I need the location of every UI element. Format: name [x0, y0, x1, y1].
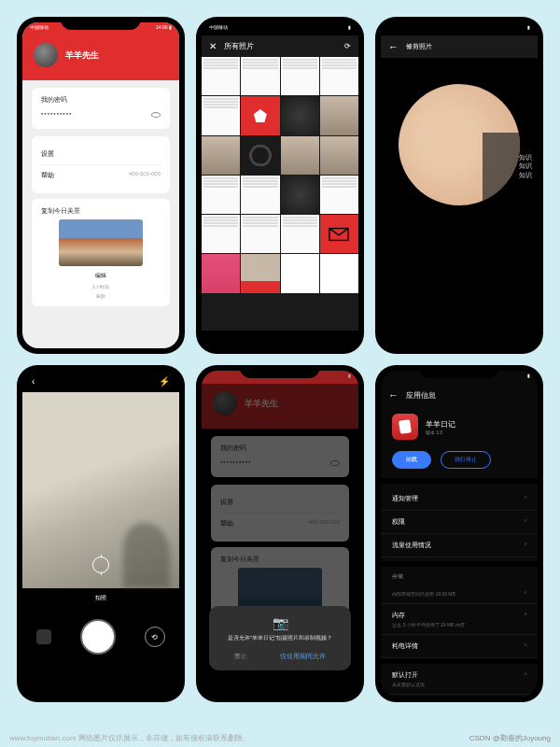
memory-row[interactable]: 内存过去 3 小时平均使用了 19 MB 内存› — [381, 604, 538, 635]
footer: www.toymoban.com 网络图片仅供展示，非存储，如有侵权请联系删除。… — [0, 733, 560, 743]
img-bottom: 刷新 — [41, 293, 161, 299]
thumb[interactable] — [320, 57, 358, 95]
phone-gallery: 中国移动▮ ✕ 所有照片 ⟳ — [196, 17, 364, 354]
help-row[interactable]: 帮助 400-500-000 — [41, 165, 161, 186]
back-icon[interactable]: ← — [388, 41, 399, 52]
appinfo-header: ← 应用信息 — [381, 384, 538, 406]
thumb[interactable] — [202, 176, 240, 214]
username: 羊羊先生 — [65, 49, 99, 62]
footer-left: www.toymoban.com 网络图片仅供展示，非存储，如有侵权请联系删除。 — [9, 733, 250, 743]
thumb[interactable] — [202, 57, 240, 95]
pwd-mask: ********** — [41, 112, 72, 118]
eye-icon[interactable] — [151, 112, 161, 118]
image-card: 复制今日美景 编辑 1小时前 刷新 — [32, 199, 170, 306]
mode-label[interactable]: 拍照 — [22, 588, 179, 608]
button-row: 卸载 强行停止 — [381, 447, 538, 478]
crop-title: 修剪照片 — [406, 42, 432, 51]
force-stop-button[interactable]: 强行停止 — [441, 451, 491, 469]
thumb[interactable] — [281, 136, 319, 175]
thumb[interactable] — [320, 254, 358, 292]
thumb[interactable] — [320, 176, 358, 214]
back-icon[interactable]: ← — [388, 389, 399, 401]
notch — [240, 365, 320, 378]
thumb[interactable] — [202, 215, 240, 253]
appinfo-title: 应用信息 — [406, 390, 436, 401]
notch — [61, 365, 141, 378]
app-icon — [392, 414, 418, 440]
notch — [240, 17, 320, 30]
thumb[interactable] — [281, 96, 319, 134]
permission-dialog: 📷 是否允许"羊羊日记"拍摄照片和录制视频？ 禁止 仅使用期间允许 — [209, 606, 351, 670]
traffic-row[interactable]: 流量使用情况› — [381, 534, 538, 557]
hotline: 400-500-000 — [129, 171, 161, 180]
pwd-label: 我的密码 — [41, 95, 161, 105]
img-label: 编辑 — [41, 272, 161, 280]
deny-button[interactable]: 禁止 — [234, 652, 247, 661]
avatar[interactable] — [34, 43, 58, 67]
notch — [419, 365, 499, 378]
settings-card: 设置 帮助 400-500-000 — [32, 136, 170, 193]
phone-camera: ‹ ⚡ 拍照 ⟲ — [17, 365, 185, 702]
app-name: 羊羊日记 — [426, 419, 455, 430]
thumb[interactable] — [241, 215, 279, 253]
thumb[interactable] — [202, 96, 240, 134]
gallery-thumb[interactable] — [36, 629, 51, 644]
settings-row[interactable]: 设置 — [41, 144, 161, 165]
scenery-image[interactable] — [59, 219, 143, 266]
help-label: 帮助 — [41, 171, 54, 180]
crop-header: ← 修剪照片 — [381, 35, 538, 58]
thumb[interactable] — [281, 254, 319, 292]
phone-app-info: ▮ ← 应用信息 羊羊日记 版本 1.0 卸载 强行停止 通知管理› 权限› 流… — [375, 365, 543, 702]
power-row[interactable]: 耗电详情› — [381, 635, 538, 658]
password-card: 我的密码 ********** — [32, 88, 170, 129]
viewfinder[interactable] — [22, 392, 179, 588]
thumb-envelope[interactable] — [320, 215, 358, 253]
thumb[interactable] — [202, 136, 240, 175]
notif-row[interactable]: 通知管理› — [381, 487, 538, 511]
storage-head: 存储 — [381, 567, 538, 583]
thumb[interactable] — [281, 176, 319, 214]
thumb[interactable] — [320, 136, 358, 175]
default-row[interactable]: 默认打开未设置默认选项› — [381, 664, 538, 695]
footer-right: CSDN @勤奋的Joyoung — [469, 733, 551, 743]
img-sub: 1小时前 — [41, 284, 161, 289]
thumb[interactable] — [241, 254, 279, 292]
storage-row[interactable]: 内部存储空间已使用 18.93 MB› — [381, 583, 538, 604]
gallery-grid — [202, 57, 358, 331]
gallery-header: ✕ 所有照片 ⟳ — [202, 35, 358, 57]
ref-label: 复制今日美景 — [41, 206, 161, 216]
thumb[interactable] — [241, 136, 279, 175]
crop-preview[interactable] — [399, 84, 520, 205]
thumb[interactable] — [281, 57, 319, 95]
close-icon[interactable]: ✕ — [209, 41, 217, 51]
focus-ring — [92, 557, 109, 573]
thumb[interactable] — [281, 215, 319, 253]
dialog-text: 是否允许"羊羊日记"拍摄照片和录制视频？ — [218, 634, 342, 642]
camera-controls: ⟲ — [22, 608, 179, 673]
phone-crop: ▮ ← 修剪照片 知识 知识 知识 — [375, 17, 543, 354]
shutter-button[interactable] — [80, 619, 116, 655]
loop-icon[interactable]: ⟳ — [344, 42, 351, 50]
notch — [61, 17, 141, 30]
flash-icon[interactable]: ⚡ — [159, 376, 170, 387]
shadow — [123, 523, 170, 588]
app-row: 羊羊日记 版本 1.0 — [381, 406, 538, 447]
switch-camera-icon[interactable]: ⟲ — [145, 627, 165, 647]
phone-permission: ▮ 羊羊先生 我的密码 ********** 设置 帮助400-500-000 … — [196, 365, 364, 702]
uninstall-button[interactable]: 卸载 — [392, 451, 431, 469]
camera-icon: 📷 — [218, 615, 342, 630]
watermark-tags: 知识 知识 知识 — [519, 153, 532, 180]
app-version: 版本 1.0 — [426, 430, 455, 435]
settings-label: 设置 — [41, 149, 54, 159]
thumb[interactable] — [320, 96, 358, 134]
allow-button[interactable]: 仅使用期间允许 — [280, 652, 326, 661]
profile-header: 羊羊先生 — [22, 35, 179, 80]
thumb[interactable] — [241, 57, 279, 95]
thumb[interactable] — [241, 96, 279, 134]
thumb[interactable] — [241, 176, 279, 214]
notch — [419, 17, 499, 30]
back-icon[interactable]: ‹ — [32, 376, 35, 387]
perm-row[interactable]: 权限› — [381, 511, 538, 534]
phone-profile: 中国移动14:00 ▮ 羊羊先生 我的密码 ********** 设置 帮助 4… — [17, 17, 185, 354]
thumb[interactable] — [202, 254, 240, 292]
